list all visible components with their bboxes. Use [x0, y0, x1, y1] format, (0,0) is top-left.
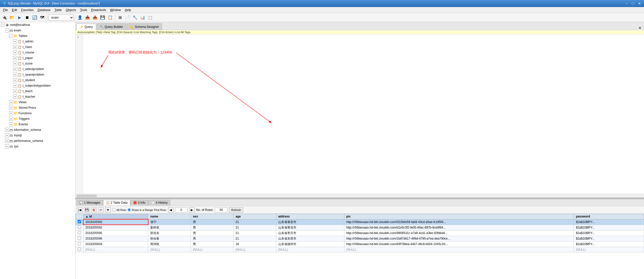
expand-functions[interactable]: + [9, 111, 13, 115]
close-button[interactable]: ✕ [637, 2, 642, 6]
results-tab-messages[interactable]: 💬 1 Messages [76, 200, 103, 205]
tree-t_teach[interactable]: + 📋 t_teach [0, 88, 75, 94]
toolbar-form[interactable]: 📄 [124, 14, 131, 21]
toolbar-execute[interactable]: ▶ [16, 14, 23, 21]
toolbar-grid[interactable]: ⊞ [116, 14, 124, 21]
tree-storedprocs-folder[interactable]: + 📁 Stored Procs [0, 105, 75, 110]
tab-query-builder[interactable]: 🔧 Query Builder [97, 23, 126, 30]
tab-schema-designer[interactable]: 📐 Schema Designer [127, 23, 162, 30]
row-checkbox[interactable] [78, 226, 81, 229]
expand-t_subjectivityproblem[interactable]: + [13, 84, 17, 88]
expand-perf-schema[interactable]: + [5, 139, 9, 143]
expand-t_paper[interactable]: + [13, 56, 17, 60]
expand-t_spaceproblem[interactable]: + [13, 73, 17, 77]
results-delete-btn[interactable]: 🗑 [91, 207, 97, 213]
table-row[interactable]: (NULL) (NULL) (NULL) (NULL) (NULL) (NULL… [76, 247, 644, 252]
expand-t_selectproblem[interactable]: + [13, 67, 17, 71]
table-row[interactable]: 2018205582 张宁 男 21 山东省泰安市 http://r56bwua… [76, 219, 644, 225]
expand-tables[interactable]: − [9, 34, 13, 38]
toolbar-user[interactable]: 👤 [76, 14, 84, 21]
tree-root[interactable]: − 🖥 root@localhost [0, 22, 75, 28]
table-row[interactable]: 2018205595 郑浩东 男 21 山东省枣庄市 http://r56bwu… [76, 230, 644, 236]
col-id[interactable]: ▲ id [83, 214, 148, 219]
expand-info-schema[interactable]: + [5, 128, 9, 132]
expand-t_teach[interactable]: + [13, 89, 17, 93]
col-name[interactable]: name [148, 214, 191, 219]
prev-page-btn[interactable]: ◀ [168, 207, 174, 213]
query-hscroll[interactable] [75, 194, 644, 197]
tree-t_spaceproblem[interactable]: + 📋 t_spaceproblem [0, 72, 75, 77]
expand-t_student[interactable]: + [13, 78, 17, 82]
expand-mysql[interactable]: + [5, 133, 9, 137]
row-checkbox[interactable] [78, 237, 81, 240]
menu-powertools[interactable]: Powertools [89, 8, 108, 12]
menu-favorites[interactable]: Favorites [19, 8, 35, 12]
toolbar-import[interactable]: 📥 [84, 14, 91, 21]
menu-edit[interactable]: Edit [10, 8, 19, 12]
row-checkbox[interactable] [78, 248, 81, 251]
minimize-button[interactable]: − [625, 2, 629, 6]
tree-t_admin[interactable]: + 📋 t_admin [0, 39, 75, 44]
toolbar-stop[interactable]: ⏹ [24, 14, 31, 21]
toolbar-backup[interactable]: 💾 [99, 14, 106, 21]
results-save-btn[interactable]: 💾 [84, 207, 90, 213]
tab-close-btn[interactable]: ✕ [637, 26, 643, 30]
hscroll-thumb[interactable] [76, 195, 97, 197]
tree-events-folder[interactable]: + 📁 Events [0, 122, 75, 127]
tree-triggers-folder[interactable]: + 📁 Triggers [0, 116, 75, 122]
toolbar-refresh[interactable]: 🔄 [31, 14, 38, 21]
first-row-input[interactable] [175, 207, 188, 212]
expand-exam[interactable]: − [5, 28, 9, 32]
tab-query[interactable]: ⚡ Query [76, 24, 96, 30]
no-of-rows-input[interactable] [215, 207, 227, 212]
col-address[interactable]: address [276, 214, 344, 219]
tree-performance_schema[interactable]: + 🗃 performance_schema [0, 138, 75, 144]
toolbar-chart[interactable]: 📊 [139, 14, 146, 21]
tree-t_score[interactable]: + 📋 t_score [0, 61, 75, 66]
col-password[interactable]: password [574, 214, 644, 219]
query-editor[interactable] [83, 34, 644, 194]
expand-root[interactable]: − [1, 23, 5, 27]
results-tab-tabledata[interactable]: 📋 2 Table Data [103, 200, 130, 205]
database-selector[interactable]: exam [49, 15, 74, 21]
results-tab-history[interactable]: 🕐 4 History [148, 200, 170, 205]
toolbar-new-connection[interactable]: 🔌 [1, 14, 8, 21]
menu-database[interactable]: Database [35, 8, 52, 12]
data-table-container[interactable]: ▲ id name sex age address pic password 2 [75, 214, 644, 279]
tree-information_schema[interactable]: + 🗃 information_schema [0, 127, 75, 133]
tree-t_subjectivityproblem[interactable]: + 📋 t_subjectivityproblem [0, 83, 75, 88]
row-checkbox[interactable] [78, 231, 81, 234]
tree-views-folder[interactable]: + 📁 Views [0, 99, 75, 105]
toolbar-map[interactable]: 🗺 [39, 14, 46, 21]
tree-tables-folder[interactable]: − 📁 Tables [0, 33, 75, 39]
menu-objects[interactable]: Objects [64, 8, 78, 12]
expand-t_score[interactable]: + [13, 62, 17, 66]
tree-mysql[interactable]: + 🗃 mysql [0, 133, 75, 138]
table-row[interactable]: 2018205604 周泽凯 男 18 山东省德州市 http://r56bwu… [76, 241, 644, 247]
table-row[interactable]: 2018205596 孙佳泰 男 21 山东省东营市 http://r56bwu… [76, 236, 644, 241]
menu-file[interactable]: File [1, 8, 10, 12]
expand-t_class[interactable]: + [13, 45, 17, 49]
row-checkbox[interactable] [78, 220, 81, 223]
menu-table[interactable]: Table [53, 8, 64, 12]
toolbar-diff[interactable]: ⬚ [147, 14, 154, 21]
expand-t_teacher[interactable]: + [13, 95, 17, 99]
all-rows-radio[interactable] [112, 208, 115, 211]
expand-triggers[interactable]: + [9, 117, 13, 121]
table-row[interactable]: 2018205592 姜梓辰 男 21 山东省青岛市 http://r56bwu… [76, 225, 644, 230]
tree-db-exam[interactable]: − 🗃 exam [0, 28, 75, 33]
menu-help[interactable]: Help [123, 8, 133, 12]
rows-in-range-radio[interactable] [128, 208, 131, 211]
expand-events[interactable]: + [9, 122, 13, 126]
toolbar-restore[interactable]: 📋 [107, 14, 114, 21]
tree-t_selectproblem[interactable]: + 📋 t_selectproblem [0, 66, 75, 72]
tree-sys[interactable]: + 🗃 sys [0, 144, 75, 149]
toolbar-export[interactable]: 📤 [92, 14, 99, 21]
col-pic[interactable]: pic [344, 214, 574, 219]
tree-functions-folder[interactable]: + 📁 Functions [0, 110, 75, 116]
results-filter-btn[interactable]: ▼ [105, 207, 111, 213]
expand-t_admin[interactable]: + [13, 39, 17, 43]
expand-t_course[interactable]: + [13, 50, 17, 54]
tree-t_student[interactable]: + 📋 t_student [0, 77, 75, 83]
expand-views[interactable]: + [9, 100, 13, 104]
